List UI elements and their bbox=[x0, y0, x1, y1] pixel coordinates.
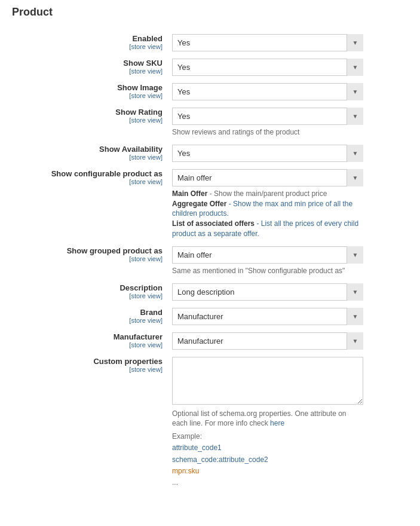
hint-show-configurable: Main Offer - Show the main/parent produc… bbox=[172, 189, 363, 239]
select-wrapper-show-grouped: Main offer Aggregate Offer List of assoc… bbox=[172, 246, 363, 264]
label-show-availability: Show Availability bbox=[17, 145, 163, 154]
select-show-availability[interactable]: Yes No bbox=[172, 145, 363, 162]
select-description[interactable]: Long description Short description bbox=[172, 283, 363, 301]
select-wrapper-show-image: Yes No ▼ bbox=[172, 83, 363, 100]
select-wrapper-show-sku: Yes No ▼ bbox=[172, 59, 363, 76]
field-show-rating: Show Rating [store view] Yes No ▼ Show r… bbox=[12, 104, 408, 141]
select-brand[interactable]: Manufacturer Brand bbox=[172, 308, 363, 325]
hint-show-grouped: Same as mentioned in "Show configurable … bbox=[172, 266, 363, 276]
select-wrapper-enabled: Yes No ▼ bbox=[172, 34, 363, 51]
example-ellipsis: ... bbox=[172, 478, 178, 487]
custom-hint-text: Optional list of schema.org properties. … bbox=[172, 409, 347, 428]
label-description: Description bbox=[17, 283, 163, 292]
label-enabled: Enabled bbox=[17, 34, 163, 43]
select-enabled[interactable]: Yes No bbox=[172, 34, 363, 51]
sublabel-show-sku: [store view] bbox=[17, 68, 163, 75]
sublabel-description: [store view] bbox=[17, 292, 163, 299]
label-custom-properties: Custom properties bbox=[17, 357, 163, 366]
select-wrapper-show-rating: Yes No ▼ bbox=[172, 108, 363, 125]
field-show-configurable: Show configurable product as [store view… bbox=[12, 166, 408, 243]
sublabel-custom-properties: [store view] bbox=[17, 366, 163, 373]
example-line1: attribute_code1 bbox=[172, 444, 222, 452]
custom-example: Example: attribute_code1 schema_code:att… bbox=[172, 431, 403, 488]
field-description: Description [store view] Long descriptio… bbox=[12, 280, 408, 304]
field-show-availability: Show Availability [store view] Yes No ▼ bbox=[12, 141, 408, 166]
sublabel-show-image: [store view] bbox=[17, 92, 163, 99]
hint-aggregate-label: Aggregate Offer bbox=[172, 200, 226, 208]
hint-custom-properties: Optional list of schema.org properties. … bbox=[172, 409, 363, 429]
field-show-sku: Show SKU [store view] Yes No ▼ bbox=[12, 55, 408, 79]
select-show-image[interactable]: Yes No bbox=[172, 83, 363, 100]
select-wrapper-description: Long description Short description ▼ bbox=[172, 283, 363, 301]
sublabel-show-configurable: [store view] bbox=[17, 178, 163, 185]
select-wrapper-show-configurable: Main offer Aggregate Offer List of assoc… bbox=[172, 169, 363, 186]
label-brand: Brand bbox=[17, 308, 163, 317]
select-show-configurable[interactable]: Main offer Aggregate Offer List of assoc… bbox=[172, 169, 363, 186]
select-wrapper-manufacturer: Manufacturer Brand ▼ bbox=[172, 332, 363, 350]
select-wrapper-brand: Manufacturer Brand ▼ bbox=[172, 308, 363, 325]
sublabel-manufacturer: [store view] bbox=[17, 341, 163, 348]
sublabel-show-grouped: [store view] bbox=[17, 255, 163, 262]
sublabel-brand: [store view] bbox=[17, 317, 163, 324]
select-show-rating[interactable]: Yes No bbox=[172, 108, 363, 125]
example-line3: mpn:sku bbox=[172, 467, 199, 475]
field-brand: Brand [store view] Manufacturer Brand ▼ bbox=[12, 304, 408, 329]
sublabel-show-rating: [store view] bbox=[17, 117, 163, 124]
select-wrapper-show-availability: Yes No ▼ bbox=[172, 145, 363, 162]
label-show-configurable: Show configurable product as bbox=[17, 169, 163, 178]
field-show-grouped: Show grouped product as [store view] Mai… bbox=[12, 243, 408, 280]
sublabel-show-availability: [store view] bbox=[17, 154, 163, 161]
label-show-rating: Show Rating bbox=[17, 108, 163, 117]
hint-show-rating: Show reviews and ratings of the product bbox=[172, 127, 363, 137]
textarea-custom-properties[interactable] bbox=[172, 357, 363, 405]
select-manufacturer[interactable]: Manufacturer Brand bbox=[172, 332, 363, 350]
example-label: Example: bbox=[172, 432, 202, 441]
page-title: Product bbox=[12, 6, 408, 19]
label-manufacturer: Manufacturer bbox=[17, 332, 163, 341]
custom-hint-link[interactable]: here bbox=[270, 419, 284, 427]
label-show-image: Show Image bbox=[17, 83, 163, 92]
label-show-sku: Show SKU bbox=[17, 59, 163, 68]
hint-main-offer-label: Main Offer bbox=[172, 189, 207, 198]
example-line2: schema_code:attribute_code2 bbox=[172, 455, 268, 464]
select-show-grouped[interactable]: Main offer Aggregate Offer List of assoc… bbox=[172, 246, 363, 264]
label-show-grouped: Show grouped product as bbox=[17, 246, 163, 255]
field-manufacturer: Manufacturer [store view] Manufacturer B… bbox=[12, 329, 408, 353]
field-enabled: Enabled [store view] Yes No ▼ bbox=[12, 30, 408, 55]
field-show-image: Show Image [store view] Yes No ▼ bbox=[12, 79, 408, 104]
settings-form: Enabled [store view] Yes No ▼ Show SKU [… bbox=[12, 30, 408, 492]
field-custom-properties: Custom properties [store view] Optional … bbox=[12, 353, 408, 493]
select-show-sku[interactable]: Yes No bbox=[172, 59, 363, 76]
hint-main-offer-text: - Show the main/parent product price bbox=[207, 189, 327, 198]
sublabel-enabled: [store view] bbox=[17, 43, 163, 50]
hint-list-label: List of associated offers bbox=[172, 219, 255, 228]
